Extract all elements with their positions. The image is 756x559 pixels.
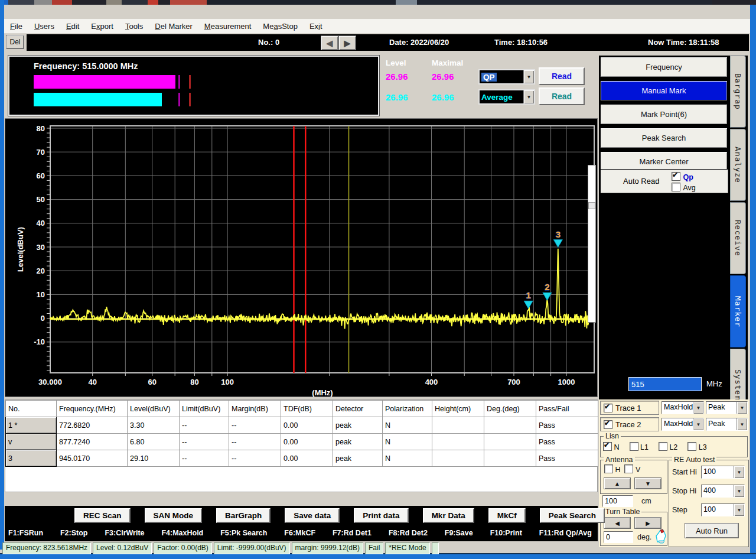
marker-frequency-unit: MHz [706, 379, 722, 388]
marker-panel-button[interactable]: Peak Search [600, 128, 728, 148]
qp-detector-select[interactable]: QP ▼ [478, 69, 535, 84]
status-segment: Limit: -9999.00(dBuV) [214, 542, 290, 554]
chevron-down-icon[interactable]: ▼ [693, 402, 703, 414]
svg-text:40: 40 [88, 378, 96, 386]
prev-record-button[interactable]: ◀ [321, 35, 338, 50]
command-button[interactable]: BarGraph [216, 508, 271, 523]
down-arrow-icon: ▼ [645, 480, 651, 487]
bargraph-display: Frequency: 515.0000 MHz [8, 56, 379, 116]
trace1-detector-select[interactable]: Peak▼ [706, 401, 748, 414]
chevron-down-icon[interactable]: ▼ [523, 90, 534, 103]
menu-bar: FileUsersEditExportToolsDel MarkerMeasur… [4, 19, 750, 34]
left-arrow-icon: ◀ [327, 38, 333, 48]
auto-read-box: Auto Read Qp Avg [600, 169, 729, 194]
auto-run-button[interactable]: Auto Run [685, 523, 739, 538]
stop-height-label: Stop Hi [672, 487, 696, 495]
level-header: Level [386, 58, 406, 67]
step-select[interactable]: 100▼ [701, 503, 745, 516]
marker-frequency-input[interactable] [628, 377, 702, 391]
command-button[interactable]: Print data [354, 508, 408, 523]
re-auto-test-group: RE Auto test Start Hi 100▼ Stop Hi 400▼ … [669, 460, 749, 547]
function-key-label: F1:FSRun [8, 529, 43, 537]
turntable-angle-input[interactable] [604, 531, 633, 543]
command-button[interactable]: Mkr Data [423, 508, 474, 523]
command-button[interactable]: MkCf [488, 508, 526, 523]
menu-item[interactable]: Export [85, 20, 119, 32]
top-edge [0, 0, 756, 5]
avg-read-button[interactable]: Read [539, 87, 585, 105]
del-button[interactable]: Del [6, 35, 24, 49]
chevron-down-icon[interactable]: ▼ [734, 504, 744, 516]
menu-item[interactable]: Measurement [198, 20, 258, 32]
avg-marker-tick-2 [189, 93, 191, 106]
antenna-height-unit: cm [641, 497, 651, 505]
trace1-checkbox[interactable] [604, 404, 612, 412]
command-button[interactable]: Save data [285, 508, 340, 523]
trace1-mode-select[interactable]: MaxHold▼ [662, 401, 704, 414]
re-auto-test-label: RE Auto test [672, 456, 716, 464]
trace2-checkbox[interactable] [604, 420, 612, 429]
svg-text:70: 70 [37, 148, 45, 157]
menu-item[interactable]: Tools [119, 20, 149, 32]
antenna-h-checkbox[interactable] [604, 464, 613, 473]
antenna-down-button[interactable]: ▼ [634, 477, 662, 489]
start-height-select[interactable]: 100▼ [701, 466, 745, 479]
lisn-checkbox[interactable] [630, 442, 638, 451]
trace2-mode-select[interactable]: MaxHold▼ [662, 418, 704, 431]
antenna-v-checkbox[interactable] [624, 464, 633, 473]
window-border-left [0, 0, 4, 550]
menu-item[interactable]: MeasStop [257, 20, 304, 32]
command-button[interactable]: Peak Search [540, 508, 605, 523]
chevron-down-icon[interactable]: ▼ [693, 418, 703, 430]
table-row[interactable]: 1 *772.68203.30----0.00peakNPass [6, 417, 598, 434]
side-tab[interactable]: Analyze [730, 129, 746, 201]
lisn-checkbox[interactable] [603, 442, 612, 451]
table-row[interactable]: 3945.017029.10----0.00peakNPass [6, 450, 598, 467]
turntable-left-button[interactable]: ◀ [604, 517, 631, 529]
qp-level-value: 26.96 [386, 72, 408, 82]
menu-item[interactable]: Users [28, 20, 60, 32]
menu-item[interactable]: Del Marker [149, 20, 198, 32]
chevron-down-icon[interactable]: ▼ [734, 466, 744, 478]
spectrum-chart[interactable]: -100102030405060708030.00040608010040070… [5, 119, 598, 398]
lisn-checkbox[interactable] [659, 442, 667, 451]
scrollbar-thumb[interactable] [588, 202, 595, 209]
chevron-down-icon[interactable]: ▼ [737, 418, 747, 430]
svg-text:2: 2 [545, 282, 549, 292]
avg-level-bar [34, 93, 162, 106]
menu-item[interactable]: Edit [60, 20, 85, 32]
avg-maximal-value: 26.96 [432, 92, 454, 102]
marker-panel-button[interactable]: Manual Mark [600, 80, 728, 101]
date-label: Date: 2022/06/20 [389, 38, 449, 47]
table-row[interactable]: v877.72406.80----0.00peakNPass [6, 434, 598, 450]
qp-checkbox[interactable] [672, 172, 680, 181]
maximal-header: Maximal [432, 58, 463, 67]
antenna-height-input[interactable] [602, 495, 633, 507]
qp-read-button[interactable]: Read [539, 67, 585, 85]
lisn-checkbox[interactable] [687, 442, 696, 451]
side-tab[interactable]: Marker [730, 275, 746, 347]
stop-height-select[interactable]: 400▼ [701, 485, 745, 498]
function-key-label: F7:Rd Det1 [333, 529, 372, 537]
svg-text:Level(dBuV): Level(dBuV) [16, 227, 25, 272]
turntable-right-button[interactable]: ▶ [634, 517, 662, 529]
antenna-up-button[interactable]: ▲ [604, 477, 631, 489]
toolbar-info-bar: No.: 0 ◀ ▶ Date: 2022/06/20 Time: 18:10:… [27, 34, 749, 51]
command-button[interactable]: REC Scan [74, 508, 131, 523]
menu-item[interactable]: File [4, 20, 28, 32]
chevron-down-icon[interactable]: ▼ [737, 402, 747, 414]
menu-item[interactable]: Exit [304, 20, 328, 32]
trace2-detector-select[interactable]: Peak▼ [706, 418, 748, 431]
amplitude-scrollbar[interactable] [588, 165, 596, 323]
chart-panel[interactable]: -100102030405060708030.00040608010040070… [5, 118, 598, 397]
side-tab[interactable]: Receive [730, 202, 746, 274]
marker-panel-button[interactable]: Frequency [600, 57, 728, 77]
avg-detector-select[interactable]: Average ▼ [478, 89, 535, 105]
chevron-down-icon[interactable]: ▼ [734, 485, 744, 497]
command-button[interactable]: SAN Mode [145, 508, 203, 523]
next-record-button[interactable]: ▶ [338, 35, 356, 50]
side-tab[interactable]: Bargrap [730, 56, 746, 128]
chevron-down-icon[interactable]: ▼ [523, 70, 534, 83]
avg-checkbox[interactable] [672, 183, 680, 191]
marker-panel-button[interactable]: Mark Point(6) [600, 104, 728, 125]
